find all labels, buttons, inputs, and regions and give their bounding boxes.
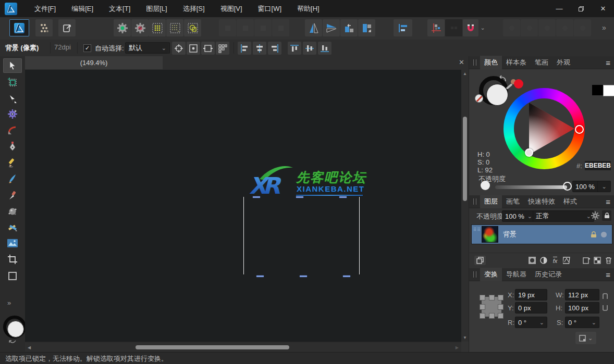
opacity-slider-handle[interactable]: [563, 182, 572, 191]
corner-tool[interactable]: [3, 123, 22, 137]
rotate-cw-button[interactable]: [358, 19, 375, 36]
tab-layers[interactable]: 图层: [480, 195, 502, 208]
point-transform-tool[interactable]: [3, 107, 22, 121]
lock-layer-button[interactable]: [602, 210, 611, 221]
vertical-scroll-thumb[interactable]: [463, 117, 467, 201]
alignment-button[interactable]: [394, 19, 412, 36]
align-center-h-button[interactable]: [253, 42, 266, 55]
panel-grip[interactable]: [473, 198, 476, 205]
force-pixel-alignment-button[interactable]: [166, 19, 183, 36]
x-input[interactable]: 19 px: [515, 289, 547, 300]
toolbar-overflow-button[interactable]: »: [602, 23, 606, 32]
cycle-selection-box-button[interactable]: [201, 42, 215, 55]
align-bottom-button[interactable]: [318, 42, 331, 55]
close-button[interactable]: ✕: [592, 0, 614, 17]
place-image-tool[interactable]: [3, 236, 22, 250]
anchor-handle[interactable]: [480, 295, 485, 300]
panel-grip[interactable]: [473, 59, 476, 66]
w-input[interactable]: 112 px: [565, 289, 599, 300]
anchor-handle[interactable]: [480, 304, 485, 310]
shape-tool[interactable]: [3, 269, 22, 283]
vector-brush-tool[interactable]: [3, 171, 22, 186]
snap-pixel-grid-button[interactable]: [149, 19, 166, 36]
blend-options-gear-icon[interactable]: [591, 211, 599, 220]
node-tool[interactable]: [3, 92, 22, 106]
pixel-persona-button[interactable]: [35, 19, 53, 36]
tab-styles[interactable]: 样式: [559, 195, 581, 208]
pencil-tool[interactable]: [3, 155, 22, 170]
knife-tool[interactable]: [3, 188, 22, 203]
artboard-tool[interactable]: [3, 75, 22, 90]
canvas[interactable]: XR 先客吧论坛 XIANKEBA.NET: [25, 70, 461, 342]
picked-color-dot[interactable]: [514, 79, 523, 89]
shear-dropdown[interactable]: 0 ° ⌄: [565, 317, 599, 328]
layer-opacity-dropdown[interactable]: 100 % ⌄: [502, 210, 535, 222]
panel-grip[interactable]: [473, 271, 476, 278]
rotate-ccw-button[interactable]: [340, 19, 358, 36]
move-tool[interactable]: [3, 58, 22, 73]
opacity-unit-dropdown[interactable]: ⌄: [597, 181, 611, 192]
scroll-right-icon[interactable]: ▶: [456, 345, 459, 350]
anchor-handle[interactable]: [498, 304, 504, 310]
auto-select-dropdown[interactable]: 默认 ⌄: [125, 42, 170, 54]
maximize-button[interactable]: [570, 0, 592, 17]
scroll-down-icon[interactable]: ▼: [463, 335, 467, 340]
fill-color-swatch[interactable]: [7, 321, 24, 337]
snapping-manager-button[interactable]: [427, 19, 445, 36]
gear-disabled-button[interactable]: [131, 19, 149, 36]
tab-transform[interactable]: 变换: [480, 268, 502, 281]
live-filter-button[interactable]: fx: [550, 256, 560, 265]
tab-stroke[interactable]: 笔画: [531, 56, 552, 69]
transparency-tool[interactable]: [3, 220, 22, 235]
tab-appearance[interactable]: 外观: [552, 56, 574, 69]
minimize-button[interactable]: —: [548, 0, 570, 17]
horizontal-scrollbar[interactable]: ◀ ▶: [25, 342, 461, 353]
layer-lock-icon[interactable]: [591, 231, 597, 238]
menu-edit[interactable]: 编辑[E]: [64, 0, 101, 17]
anchor-point-selector[interactable]: [482, 297, 501, 317]
anchor-handle[interactable]: [489, 295, 495, 300]
opacity-slider[interactable]: [495, 185, 567, 189]
sl-selector[interactable]: [525, 148, 533, 157]
export-persona-button[interactable]: [58, 19, 76, 36]
panel-menu-icon[interactable]: ≡: [606, 270, 610, 279]
move-by-whole-pixels-button[interactable]: [184, 19, 201, 36]
transform-options-button[interactable]: ⌄: [575, 332, 596, 344]
anchor-handle[interactable]: [498, 313, 504, 319]
tab-color[interactable]: 颜色: [480, 56, 502, 69]
black-swatch[interactable]: [592, 85, 603, 95]
menu-file[interactable]: 文件[F]: [27, 0, 64, 17]
h-input[interactable]: 100 px: [565, 302, 599, 313]
edit-all-layers-button[interactable]: [474, 256, 486, 265]
transform-origin-button[interactable]: [172, 42, 186, 55]
hex-input[interactable]: EBEBEB: [585, 161, 611, 170]
blend-mode-dropdown[interactable]: 正常 ⌄: [533, 210, 594, 222]
scroll-left-icon[interactable]: ◀: [28, 345, 31, 350]
rotation-dropdown[interactable]: 0 ° ⌄: [515, 317, 547, 328]
flip-vertical-button[interactable]: [323, 19, 340, 36]
align-top-button[interactable]: [288, 42, 301, 55]
document-tab[interactable]: (149.4%): [25, 56, 163, 69]
layer-drag-handle[interactable]: ⠿⠿: [473, 228, 481, 241]
adjustment-layer-button[interactable]: [539, 256, 548, 265]
gear-enabled-button[interactable]: [114, 19, 131, 36]
link-dimensions-icon[interactable]: [602, 293, 608, 311]
anchor-handle[interactable]: [489, 313, 495, 319]
menu-window[interactable]: 窗口[W]: [250, 0, 290, 17]
add-layer-button[interactable]: [582, 256, 591, 265]
hide-selection-button[interactable]: [187, 42, 200, 55]
anchor-handle[interactable]: [498, 295, 504, 300]
horizontal-scroll-thumb[interactable]: [136, 345, 289, 349]
no-color-swatch[interactable]: [475, 94, 483, 103]
layer-effects-button[interactable]: [562, 256, 571, 265]
panel-menu-icon[interactable]: ≡: [606, 197, 610, 206]
menu-select[interactable]: 选择[S]: [175, 0, 213, 17]
tab-swatches[interactable]: 样本条: [502, 56, 531, 69]
vertical-scrollbar[interactable]: ▲ ▼: [461, 70, 469, 342]
align-left-button[interactable]: [238, 42, 251, 55]
layer-row-background[interactable]: ⠿⠿ 背景: [472, 225, 612, 244]
pen-tool[interactable]: [3, 139, 22, 154]
flip-horizontal-button[interactable]: [305, 19, 322, 36]
tab-close-button[interactable]: ✕: [459, 58, 464, 66]
tab-quick-fx[interactable]: 快速特效: [524, 195, 559, 208]
